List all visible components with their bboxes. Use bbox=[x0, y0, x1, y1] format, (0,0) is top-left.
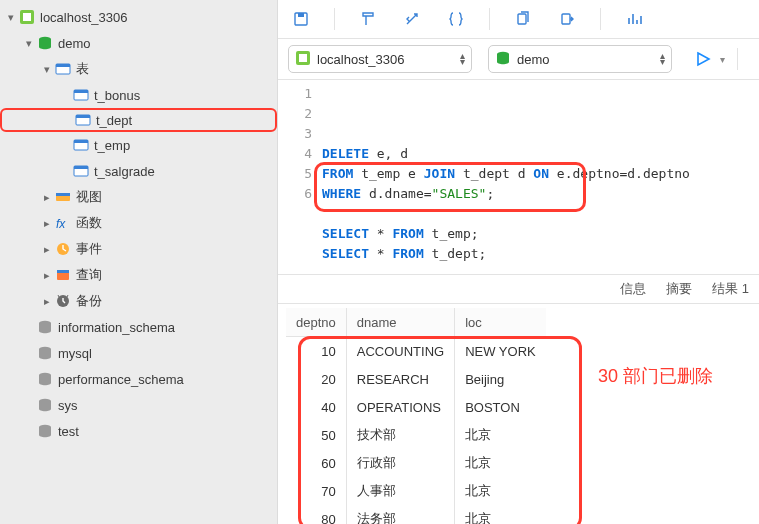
table-cell[interactable]: Beijing bbox=[455, 365, 546, 393]
sql-editor[interactable]: 123456 DELETE e, dFROM t_emp e JOIN t_de… bbox=[278, 80, 759, 274]
format-icon[interactable] bbox=[357, 8, 379, 30]
table-cell[interactable]: 40 bbox=[286, 393, 346, 421]
tree-group-row[interactable]: ▸查询 bbox=[0, 262, 277, 288]
svg-rect-18 bbox=[57, 270, 69, 273]
chevron-down-icon[interactable]: ▾ bbox=[22, 37, 36, 50]
chevron-right-icon[interactable]: ▸ bbox=[40, 217, 54, 230]
chevron-right-icon[interactable]: ▸ bbox=[40, 191, 54, 204]
database-grey-icon bbox=[36, 422, 54, 440]
tree-group-row[interactable]: ▸fx函数 bbox=[0, 210, 277, 236]
column-header[interactable]: loc bbox=[455, 308, 546, 337]
svg-rect-10 bbox=[74, 140, 88, 143]
chevron-down-icon[interactable]: ▾ bbox=[4, 11, 18, 24]
table-cell[interactable]: 北京 bbox=[455, 449, 546, 477]
table-cell[interactable]: 技术部 bbox=[346, 421, 454, 449]
table-cell[interactable]: 70 bbox=[286, 477, 346, 505]
table-cell[interactable]: 10 bbox=[286, 337, 346, 366]
table-cell[interactable]: 60 bbox=[286, 449, 346, 477]
tree-database-row[interactable]: ▾ demo bbox=[0, 30, 277, 56]
run-dropdown-icon[interactable]: ▾ bbox=[720, 54, 725, 65]
group-label: 视图 bbox=[76, 188, 102, 206]
connection-icon bbox=[18, 8, 36, 26]
tree-system-db-row[interactable]: ▸test bbox=[0, 418, 277, 444]
tree-table-row[interactable]: ▸t_dept bbox=[0, 108, 277, 132]
table-cell[interactable]: OPERATIONS bbox=[346, 393, 454, 421]
chevron-right-icon[interactable]: ▸ bbox=[40, 269, 54, 282]
beautify-icon[interactable] bbox=[401, 8, 423, 30]
chevron-updown-icon: ▴▾ bbox=[660, 53, 665, 65]
table-cell[interactable]: ACCOUNTING bbox=[346, 337, 454, 366]
system-db-label: test bbox=[58, 424, 79, 439]
result-pane: deptnodnameloc 10ACCOUNTINGNEW YORK20RES… bbox=[278, 304, 759, 524]
table-cell[interactable]: 北京 bbox=[455, 505, 546, 524]
table-cell[interactable]: 20 bbox=[286, 365, 346, 393]
table-cell[interactable]: 行政部 bbox=[346, 449, 454, 477]
tab-info[interactable]: 信息 bbox=[620, 280, 646, 298]
table-cell[interactable]: 北京 bbox=[455, 477, 546, 505]
chevron-right-icon[interactable]: ▸ bbox=[40, 295, 54, 308]
result-table[interactable]: deptnodnameloc 10ACCOUNTINGNEW YORK20RES… bbox=[286, 308, 546, 524]
table-label: t_bonus bbox=[94, 88, 140, 103]
run-button[interactable] bbox=[692, 48, 714, 70]
tree-system-db-row[interactable]: ▸sys bbox=[0, 392, 277, 418]
tree-system-db-row[interactable]: ▸information_schema bbox=[0, 314, 277, 340]
table-cell[interactable]: 北京 bbox=[455, 421, 546, 449]
tree-system-db-row[interactable]: ▸performance_schema bbox=[0, 366, 277, 392]
system-db-label: mysql bbox=[58, 346, 92, 361]
connection-label: localhost_3306 bbox=[40, 10, 127, 25]
svg-rect-26 bbox=[298, 13, 304, 17]
sidebar: ▾ localhost_3306 ▾ demo ▾ 表 ▸t_bonus▸t_d… bbox=[0, 0, 278, 524]
table-cell[interactable]: BOSTON bbox=[455, 393, 546, 421]
tree-system-db-row[interactable]: ▸mysql bbox=[0, 340, 277, 366]
column-header[interactable]: dname bbox=[346, 308, 454, 337]
tree-connection-row[interactable]: ▾ localhost_3306 bbox=[0, 4, 277, 30]
table-cell[interactable]: 50 bbox=[286, 421, 346, 449]
database-grey-icon bbox=[36, 370, 54, 388]
tree-group-row[interactable]: ▸视图 bbox=[0, 184, 277, 210]
svg-rect-30 bbox=[299, 54, 307, 62]
clock-icon bbox=[54, 240, 72, 258]
table-row[interactable]: 10ACCOUNTINGNEW YORK bbox=[286, 337, 546, 366]
system-db-label: performance_schema bbox=[58, 372, 184, 387]
braces-icon[interactable] bbox=[445, 8, 467, 30]
table-row[interactable]: 40OPERATIONSBOSTON bbox=[286, 393, 546, 421]
table-row[interactable]: 80法务部北京 bbox=[286, 505, 546, 524]
chart-icon[interactable] bbox=[623, 8, 645, 30]
database-grey-icon bbox=[36, 396, 54, 414]
connection-selector[interactable]: localhost_3306 ▴▾ bbox=[288, 45, 472, 73]
database-icon bbox=[495, 50, 511, 69]
table-row[interactable]: 60行政部北京 bbox=[286, 449, 546, 477]
table-cell[interactable]: NEW YORK bbox=[455, 337, 546, 366]
chevron-right-icon[interactable]: ▸ bbox=[40, 243, 54, 256]
table-row[interactable]: 50技术部北京 bbox=[286, 421, 546, 449]
table-cell[interactable]: 80 bbox=[286, 505, 346, 524]
table-cell[interactable]: 人事部 bbox=[346, 477, 454, 505]
database-selector[interactable]: demo ▴▾ bbox=[488, 45, 672, 73]
tree-tables-group[interactable]: ▾ 表 bbox=[0, 56, 277, 82]
svg-rect-6 bbox=[74, 90, 88, 93]
editor-code[interactable]: DELETE e, dFROM t_emp e JOIN t_dept d ON… bbox=[322, 84, 759, 264]
svg-text:fx: fx bbox=[56, 217, 66, 231]
view-icon bbox=[54, 188, 72, 206]
tree-table-row[interactable]: ▸t_emp bbox=[0, 132, 277, 158]
tree-group-row[interactable]: ▸备份 bbox=[0, 288, 277, 314]
tab-result1[interactable]: 结果 1 bbox=[712, 280, 749, 298]
tree-group-row[interactable]: ▸事件 bbox=[0, 236, 277, 262]
copy-icon[interactable] bbox=[512, 8, 534, 30]
table-row[interactable]: 20RESEARCHBeijing bbox=[286, 365, 546, 393]
table-group-icon bbox=[54, 60, 72, 78]
tables-group-label: 表 bbox=[76, 60, 89, 78]
table-row[interactable]: 70人事部北京 bbox=[286, 477, 546, 505]
chevron-updown-icon: ▴▾ bbox=[460, 53, 465, 65]
tree-table-row[interactable]: ▸t_bonus bbox=[0, 82, 277, 108]
tree-table-row[interactable]: ▸t_salgrade bbox=[0, 158, 277, 184]
export-icon[interactable] bbox=[556, 8, 578, 30]
column-header[interactable]: deptno bbox=[286, 308, 346, 337]
database-icon bbox=[36, 34, 54, 52]
tab-summary[interactable]: 摘要 bbox=[666, 280, 692, 298]
chevron-down-icon[interactable]: ▾ bbox=[40, 63, 54, 76]
table-label: t_dept bbox=[96, 113, 132, 128]
table-cell[interactable]: 法务部 bbox=[346, 505, 454, 524]
table-cell[interactable]: RESEARCH bbox=[346, 365, 454, 393]
save-icon[interactable] bbox=[290, 8, 312, 30]
